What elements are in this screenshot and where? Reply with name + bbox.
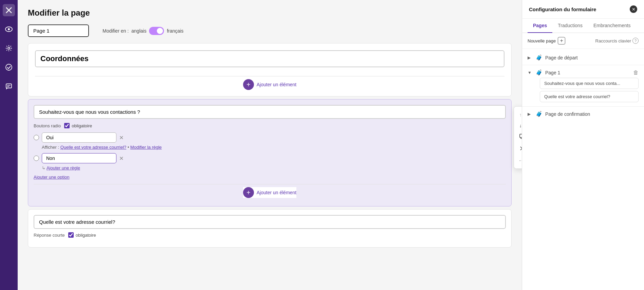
svg-point-3 xyxy=(8,28,10,30)
radio-non[interactable] xyxy=(34,156,39,161)
language-right-label: français xyxy=(167,28,183,34)
add-element-bar-bottom: + Ajouter un élément xyxy=(34,184,506,201)
divider-1 xyxy=(522,65,644,65)
context-menu: ↑ Déplacer vers le haut ↓ Déplacer vers … xyxy=(514,106,522,169)
language-toggle: Modifier en : anglais français xyxy=(103,27,183,35)
tab-traductions[interactable]: Traductions xyxy=(552,19,588,33)
delete-icon xyxy=(519,146,522,152)
modifier-en-label: Modifier en : xyxy=(103,28,129,34)
modify-rule-link[interactable]: Modifier la règle xyxy=(130,145,162,150)
svg-point-5 xyxy=(6,64,12,70)
context-move-down[interactable]: ↓ Déplacer vers le bas xyxy=(514,120,522,131)
page-label-1: Page 1 xyxy=(545,70,630,75)
move-down-icon: ↓ xyxy=(519,123,522,128)
new-page-label: Nouvelle page xyxy=(528,38,556,43)
page-icon-1: 🧳 xyxy=(536,69,542,76)
add-element-button-top[interactable]: + Ajouter un élément xyxy=(243,79,297,90)
email-question-card: Réponse courte obligatoire xyxy=(28,209,512,248)
page-icon-confirmation: 🧳 xyxy=(536,111,542,117)
right-panel-title: Configuration du formulaire xyxy=(529,6,596,12)
page-name-input[interactable] xyxy=(28,24,89,37)
language-toggle-switch[interactable] xyxy=(149,27,164,35)
child-item-contact[interactable]: Souhaitez-vous que nous vous conta... xyxy=(540,78,639,89)
new-page-icon: + xyxy=(558,37,565,44)
question-input-contact[interactable] xyxy=(34,105,506,119)
gear-icon[interactable] xyxy=(3,42,15,54)
section-card-coordonnees: + Ajouter un élément xyxy=(28,43,512,96)
mandatory-label: obligatoire xyxy=(72,123,92,128)
email-mandatory-checkbox[interactable] xyxy=(68,232,74,238)
mandatory-checkbox-label[interactable]: obligatoire xyxy=(64,123,92,128)
context-delete[interactable]: Supprimer xyxy=(514,143,522,155)
remove-option-oui[interactable]: ✕ xyxy=(119,134,124,141)
right-panel-tabs: Pages Traductions Embranchements xyxy=(522,19,644,33)
pages-list: ▶ 🧳 Page de départ ▼ 🧳 Page 1 🗑 Souhaite… xyxy=(522,49,644,123)
move-up-icon: ↑ xyxy=(519,112,522,117)
top-bar: Modifier en : anglais français xyxy=(28,24,512,37)
question-card-contact: Boutons radio obligatoire ✕ Afficher : Q… xyxy=(28,99,512,206)
shortcuts-link[interactable]: Raccourcis clavier ? xyxy=(595,38,639,44)
delete-page-1-icon[interactable]: 🗑 xyxy=(633,70,639,76)
close-panel-button[interactable]: ✕ xyxy=(630,5,637,13)
page-item-depart: ▶ 🧳 Page de départ xyxy=(522,52,644,64)
shortcuts-label: Raccourcis clavier xyxy=(595,38,631,43)
email-question-input[interactable] xyxy=(34,215,506,229)
page-title: Modifier la page xyxy=(28,8,512,18)
message-icon[interactable] xyxy=(3,80,15,92)
question-meta-contact: Boutons radio obligatoire xyxy=(34,123,506,128)
svg-point-4 xyxy=(8,47,10,49)
page-item-header-1: ▼ 🧳 Page 1 🗑 xyxy=(528,69,639,76)
add-element-label-bottom: Ajouter un élément xyxy=(257,190,297,195)
page-item-header-confirmation: ▶ 🧳 Page de confirmation xyxy=(528,111,639,117)
page-item-header-depart: ▶ 🧳 Page de départ xyxy=(528,54,639,61)
add-element-label-top: Ajouter un élément xyxy=(257,82,297,87)
mandatory-checkbox[interactable] xyxy=(64,123,70,128)
duplicate-icon xyxy=(519,134,522,140)
logo-icon[interactable] xyxy=(3,4,15,16)
radio-option-non: ✕ xyxy=(34,153,506,163)
email-mandatory-checkbox-label[interactable]: obligatoire xyxy=(68,232,96,238)
page-item-confirmation: ▶ 🧳 Page de confirmation xyxy=(522,108,644,120)
add-circle-icon: + xyxy=(243,79,254,90)
page-item-1: ▼ 🧳 Page 1 🗑 Souhaitez-vous que nous vou… xyxy=(522,67,644,105)
right-panel: Configuration du formulaire ✕ Pages Trad… xyxy=(522,0,644,290)
right-panel-toolbar: Nouvelle page + Raccourcis clavier ? xyxy=(522,33,644,49)
add-rule-sub-item: ↳ Ajouter une règle xyxy=(42,165,506,170)
afficher-sub-item: Afficher : Quelle est votre adresse cour… xyxy=(42,145,506,150)
add-element-button-bottom[interactable]: + Ajouter un élément xyxy=(243,187,297,198)
page-label-confirmation: Page de confirmation xyxy=(545,111,639,117)
eye-icon[interactable] xyxy=(3,23,15,35)
help-icon: ? xyxy=(632,38,639,44)
remove-option-non[interactable]: ✕ xyxy=(119,155,124,162)
context-move-up[interactable]: ↑ Déplacer vers le haut xyxy=(514,109,522,120)
check-icon[interactable] xyxy=(3,61,15,73)
tab-pages[interactable]: Pages xyxy=(528,19,552,33)
right-panel-header: Configuration du formulaire ✕ xyxy=(522,0,644,19)
section-title-input[interactable] xyxy=(35,50,504,67)
chevron-right-depart[interactable]: ▶ xyxy=(528,55,533,60)
main-content: Modifier la page Modifier en : anglais f… xyxy=(18,0,522,290)
email-mandatory-label: obligatoire xyxy=(76,233,96,238)
rule-separator: • xyxy=(128,145,130,150)
chevron-right-confirmation[interactable]: ▶ xyxy=(528,112,533,116)
language-left-label: anglais xyxy=(131,28,146,34)
new-page-button[interactable]: Nouvelle page + xyxy=(528,37,565,44)
svg-rect-8 xyxy=(520,134,522,138)
add-element-bar-top: + Ajouter un élément xyxy=(35,76,504,93)
option-input-non[interactable] xyxy=(42,153,116,163)
child-item-email[interactable]: Quelle est votre adresse courriel? xyxy=(540,91,639,102)
add-circle-icon-bottom: + xyxy=(243,187,254,198)
email-question-meta: Réponse courte obligatoire xyxy=(34,232,506,238)
context-more[interactable]: ··· Plus xyxy=(514,155,522,166)
rule-question-link[interactable]: Quelle est votre adresse courriel? xyxy=(60,145,126,150)
chevron-down-1[interactable]: ▼ xyxy=(528,70,533,75)
add-rule-link[interactable]: Ajouter une règle xyxy=(47,165,80,170)
radio-oui[interactable] xyxy=(34,135,39,140)
question-type-label: Boutons radio xyxy=(34,123,61,128)
add-option-link[interactable]: Ajouter une option xyxy=(34,175,70,180)
page-icon-depart: 🧳 xyxy=(536,54,542,61)
divider-2 xyxy=(522,106,644,107)
tab-embranchements[interactable]: Embranchements xyxy=(588,19,636,33)
context-duplicate[interactable]: Dupliquer xyxy=(514,131,522,143)
option-input-oui[interactable] xyxy=(42,132,116,143)
